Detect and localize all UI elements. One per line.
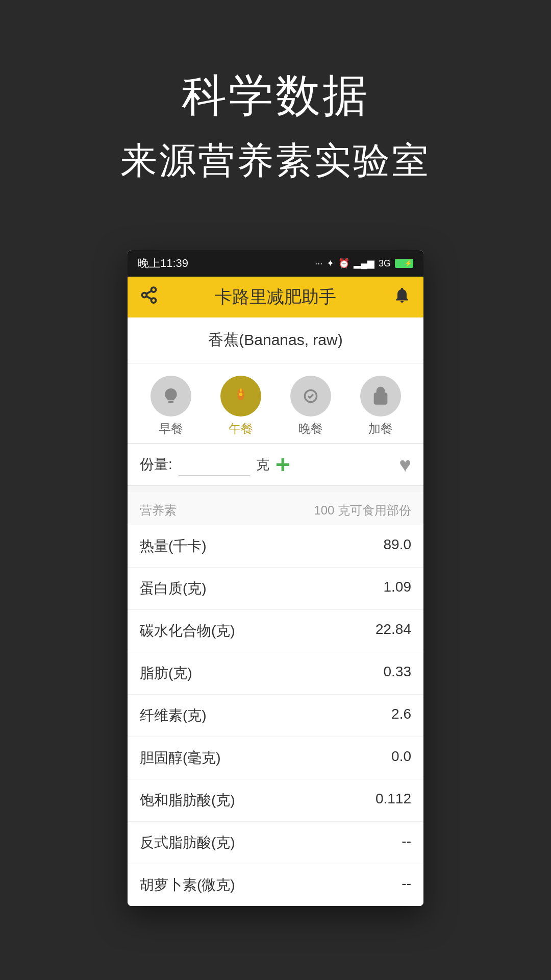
portion-section: 份量: 克 + ♥ bbox=[128, 444, 423, 486]
nutrition-value-7: -- bbox=[402, 833, 411, 852]
notification-icon[interactable] bbox=[393, 286, 411, 309]
nutrition-value-1: 1.09 bbox=[384, 579, 412, 598]
nutrition-name-2: 碳水化合物(克) bbox=[140, 621, 235, 641]
alarm-icon: ⏰ bbox=[338, 258, 349, 269]
portion-label: 份量: bbox=[140, 455, 172, 474]
portion-unit: 克 bbox=[256, 456, 269, 474]
nutrition-value-2: 22.84 bbox=[375, 621, 411, 641]
nutrition-name-0: 热量(千卡) bbox=[140, 536, 207, 556]
nutrition-name-4: 纤维素(克) bbox=[140, 706, 207, 725]
favorite-button[interactable]: ♥ bbox=[399, 453, 411, 476]
network-type: 3G bbox=[379, 258, 391, 269]
breakfast-label: 早餐 bbox=[159, 421, 183, 437]
svg-line-4 bbox=[146, 290, 152, 293]
nutrition-row-2: 碳水化合物(克) 22.84 bbox=[128, 609, 423, 652]
nutrition-row-6: 饱和脂肪酸(克) 0.112 bbox=[128, 779, 423, 821]
battery-icon: ⚡ bbox=[395, 259, 413, 268]
background-section: 科学数据 来源营养素实验室 bbox=[0, 0, 551, 250]
nutrition-row-0: 热量(千卡) 89.0 bbox=[128, 525, 423, 567]
nutrition-name-8: 胡萝卜素(微克) bbox=[140, 875, 235, 895]
nutrition-header-name: 营养素 bbox=[140, 502, 177, 519]
lunch-label: 午餐 bbox=[229, 421, 253, 437]
app-title: 卡路里减肥助手 bbox=[215, 285, 336, 309]
add-portion-button[interactable]: + bbox=[276, 452, 290, 477]
app-header: 卡路里减肥助手 bbox=[128, 277, 423, 317]
snack-label: 加餐 bbox=[368, 421, 393, 437]
meal-item-lunch[interactable]: 午餐 bbox=[220, 376, 261, 437]
breakfast-circle bbox=[151, 376, 191, 416]
nutrition-name-3: 脂肪(克) bbox=[140, 664, 192, 683]
title-line2: 来源营养素实验室 bbox=[120, 136, 431, 185]
dinner-label: 晚餐 bbox=[298, 421, 323, 437]
nutrition-value-8: -- bbox=[402, 875, 411, 895]
snack-circle bbox=[360, 376, 401, 416]
nutrition-value-4: 2.6 bbox=[391, 706, 411, 725]
nutrition-section: 营养素 100 克可食用部份 热量(千卡) 89.0 蛋白质(克) 1.09 碳… bbox=[128, 492, 423, 906]
nutrition-row-3: 脂肪(克) 0.33 bbox=[128, 652, 423, 694]
phone-container: 晚上11:39 ··· ✦ ⏰ ▂▄▆ 3G ⚡ 卡路里减肥助手 bbox=[128, 250, 423, 906]
dinner-circle bbox=[290, 376, 331, 416]
bluetooth-icon: ✦ bbox=[327, 258, 334, 269]
food-title-section: 香蕉(Bananas, raw) bbox=[128, 317, 423, 363]
meal-item-breakfast[interactable]: 早餐 bbox=[151, 376, 191, 437]
nutrition-row-1: 蛋白质(克) 1.09 bbox=[128, 567, 423, 609]
svg-rect-6 bbox=[240, 388, 241, 392]
nutrition-row-8: 胡萝卜素(微克) -- bbox=[128, 864, 423, 906]
nutrition-row-5: 胆固醇(毫克) 0.0 bbox=[128, 737, 423, 779]
status-time: 晚上11:39 bbox=[138, 256, 188, 271]
nutrition-value-3: 0.33 bbox=[384, 664, 412, 683]
food-name: 香蕉(Bananas, raw) bbox=[208, 331, 342, 348]
signal-bars: ▂▄▆ bbox=[354, 258, 374, 269]
nutrition-value-6: 0.112 bbox=[375, 791, 411, 810]
lunch-circle bbox=[220, 376, 261, 416]
nutrition-header: 营养素 100 克可食用部份 bbox=[128, 492, 423, 525]
svg-point-7 bbox=[239, 393, 242, 396]
status-icons: ··· ✦ ⏰ ▂▄▆ 3G ⚡ bbox=[315, 258, 413, 269]
nutrition-name-1: 蛋白质(克) bbox=[140, 579, 207, 598]
meal-selector: 早餐 午餐 bbox=[128, 363, 423, 444]
nutrition-name-6: 饱和脂肪酸(克) bbox=[140, 791, 235, 810]
nutrition-value-0: 89.0 bbox=[384, 536, 412, 556]
nutrition-name-5: 胆固醇(毫克) bbox=[140, 748, 221, 768]
share-icon[interactable] bbox=[140, 286, 158, 309]
nutrition-rows: 热量(千卡) 89.0 蛋白质(克) 1.09 碳水化合物(克) 22.84 脂… bbox=[128, 525, 423, 906]
meal-item-snack[interactable]: 加餐 bbox=[360, 376, 401, 437]
nutrition-name-7: 反式脂肪酸(克) bbox=[140, 833, 235, 852]
meal-item-dinner[interactable]: 晚餐 bbox=[290, 376, 331, 437]
portion-input[interactable] bbox=[179, 453, 250, 476]
nutrition-row-7: 反式脂肪酸(克) -- bbox=[128, 821, 423, 864]
nutrition-value-5: 0.0 bbox=[391, 748, 411, 768]
title-line1: 科学数据 bbox=[182, 65, 369, 126]
status-bar: 晚上11:39 ··· ✦ ⏰ ▂▄▆ 3G ⚡ bbox=[128, 250, 423, 277]
svg-line-3 bbox=[146, 296, 152, 299]
nutrition-header-value: 100 克可食用部份 bbox=[314, 502, 411, 519]
signal-dots: ··· bbox=[315, 258, 322, 269]
nutrition-row-4: 纤维素(克) 2.6 bbox=[128, 694, 423, 737]
portion-left: 份量: 克 + bbox=[140, 452, 290, 477]
